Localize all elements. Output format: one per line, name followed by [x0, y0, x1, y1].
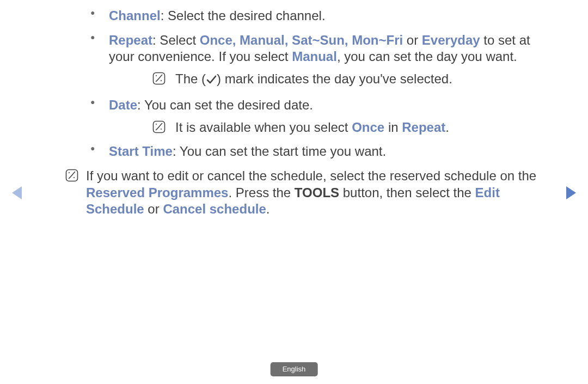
edit-note-mid1: . Press the	[228, 185, 294, 200]
note-icon	[152, 120, 166, 133]
next-page-button[interactable]	[563, 185, 578, 200]
date-note-pre: It is available when you select	[175, 120, 352, 135]
date-note-once: Once	[352, 120, 384, 135]
arrow-right-icon	[563, 185, 578, 200]
repeat-label: Repeat	[109, 33, 152, 47]
prev-page-button[interactable]	[10, 185, 25, 200]
channel-label: Channel	[109, 8, 161, 23]
edit-note-pre: If you want to edit or cancel the schedu…	[86, 168, 536, 183]
repeat-note-pre: The (	[175, 71, 206, 86]
edit-note-tools: TOOLS	[295, 185, 339, 200]
edit-note-or: or	[144, 202, 163, 216]
bullet-channel: Channel: Select the desired channel.	[65, 8, 558, 25]
svg-point-7	[161, 129, 162, 130]
svg-point-4	[161, 80, 162, 81]
note-icon	[65, 169, 78, 182]
check-icon	[206, 72, 217, 89]
svg-point-10	[74, 177, 75, 178]
note-icon	[152, 72, 166, 85]
edit-note-post: .	[266, 202, 270, 216]
repeat-opts: Once, Manual, Sat~Sun, Mon~Fri	[200, 33, 403, 47]
repeat-or: or	[403, 33, 422, 47]
edit-note-reserved: Reserved Programmes	[86, 185, 228, 200]
repeat-note-post: ) mark indicates the day you've selected…	[217, 71, 452, 86]
arrow-left-icon	[10, 185, 25, 200]
language-badge: English	[271, 362, 318, 376]
repeat-post2: , you can set the day you want.	[337, 49, 517, 64]
start-text: : You can set the start time you want.	[173, 144, 386, 159]
date-note-post: .	[445, 120, 449, 135]
repeat-note-row: The ( ) mark indicates the day you've se…	[109, 71, 558, 89]
svg-point-9	[69, 172, 70, 173]
date-text: : You can set the desired date.	[137, 97, 313, 112]
bullet-date: Date: You can set the desired date. It i…	[65, 97, 558, 136]
repeat-manual: Manual	[292, 49, 337, 64]
svg-point-6	[156, 124, 157, 125]
start-label: Start Time	[109, 144, 173, 159]
svg-marker-0	[12, 186, 22, 199]
edit-note-mid2: button, then select the	[339, 185, 475, 200]
date-label: Date	[109, 97, 137, 112]
channel-text: : Select the desired channel.	[161, 8, 326, 23]
repeat-everyday: Everyday	[422, 33, 480, 47]
date-note-repeat: Repeat	[402, 120, 445, 135]
date-note-in: in	[384, 120, 402, 135]
edit-cancel-note: If you want to edit or cancel the schedu…	[65, 168, 558, 218]
edit-note-cancel: Cancel schedule	[163, 202, 266, 216]
bullet-start-time: Start Time: You can set the start time y…	[65, 143, 558, 160]
svg-marker-1	[566, 186, 576, 199]
date-note-row: It is available when you select Once in …	[109, 119, 558, 136]
page-content: Channel: Select the desired channel. Rep…	[65, 8, 558, 218]
svg-point-3	[156, 75, 157, 76]
bullet-repeat: Repeat: Select Once, Manual, Sat~Sun, Mo…	[65, 32, 558, 89]
repeat-pre: : Select	[152, 33, 200, 47]
